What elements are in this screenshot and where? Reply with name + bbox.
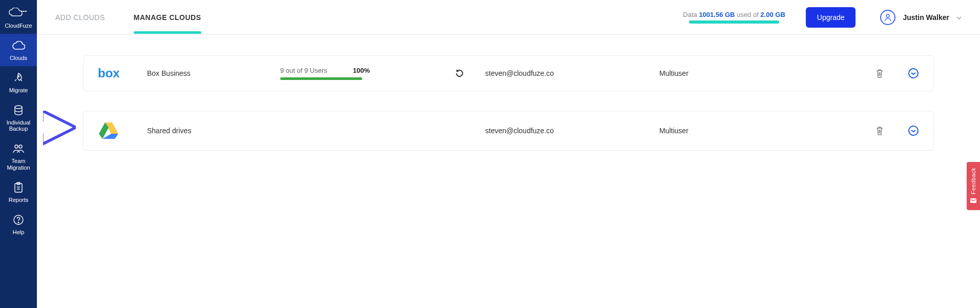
usage-total: 2.00 GB xyxy=(760,11,785,18)
cloudfuze-logo-icon xyxy=(9,7,28,20)
sidebar: CloudFuze Clouds Migrate Individual Back… xyxy=(0,0,37,308)
topbar: ADD CLOUDS MANAGE CLOUDS Data 1001.56 GB… xyxy=(37,0,980,35)
avatar-icon xyxy=(880,10,895,25)
sidebar-item-label: Clouds xyxy=(10,55,27,61)
cloud-type: Multiuser xyxy=(659,69,721,77)
cloud-email: steven@cloudfuze.co xyxy=(485,69,659,77)
tabs: ADD CLOUDS MANAGE CLOUDS xyxy=(55,1,201,34)
sidebar-item-label: Reports xyxy=(9,197,29,203)
svg-point-5 xyxy=(15,145,18,148)
users-count: 9 out of 9 Users xyxy=(280,67,327,74)
database-icon xyxy=(13,104,24,117)
usage-middle: used of xyxy=(735,11,760,18)
svg-text:box: box xyxy=(98,66,120,80)
svg-point-6 xyxy=(19,145,22,148)
main: ADD CLOUDS MANAGE CLOUDS Data 1001.56 GB… xyxy=(37,0,980,308)
expand-button[interactable] xyxy=(908,68,919,79)
svg-rect-1 xyxy=(23,11,25,12)
progress-percent: 100% xyxy=(353,67,370,74)
svg-rect-2 xyxy=(25,11,27,12)
data-usage-bar xyxy=(689,20,779,24)
clipboard-icon xyxy=(13,181,24,194)
svg-rect-0 xyxy=(21,11,23,12)
sidebar-item-individual-backup[interactable]: Individual Backup xyxy=(0,98,37,137)
svg-point-10 xyxy=(18,222,19,223)
usage-used: 1001.56 GB xyxy=(699,11,735,18)
cloud-type: Multiuser xyxy=(659,127,721,135)
user-name: Justin Walker xyxy=(903,13,949,22)
user-menu[interactable]: Justin Walker xyxy=(880,10,962,25)
cloud-name: Shared drives xyxy=(147,127,280,135)
sidebar-item-help[interactable]: Help xyxy=(0,208,37,240)
sidebar-item-clouds[interactable]: Clouds xyxy=(0,34,37,66)
delete-button[interactable] xyxy=(875,68,884,78)
sidebar-item-migrate[interactable]: Migrate xyxy=(0,66,37,98)
google-drive-logo-icon xyxy=(98,121,147,140)
feedback-tab[interactable]: Feedback xyxy=(967,162,980,210)
feedback-label: Feedback xyxy=(970,168,976,194)
annotation-arrow-icon xyxy=(43,111,76,198)
tab-add-clouds[interactable]: ADD CLOUDS xyxy=(55,1,105,34)
sidebar-item-team-migration[interactable]: Team Migration xyxy=(0,137,37,175)
progress-bar xyxy=(280,77,362,80)
cloud-card-shared-drives: Shared drives steven@cloudfuze.co Multiu… xyxy=(83,111,934,151)
tab-manage-clouds[interactable]: MANAGE CLOUDS xyxy=(134,1,201,34)
svg-marker-16 xyxy=(102,134,118,139)
help-icon xyxy=(13,213,24,227)
cloud-icon xyxy=(12,39,25,52)
box-logo-icon: box xyxy=(98,66,147,80)
content: box Box Business 9 out of 9 Users 100% s… xyxy=(37,35,980,191)
team-icon xyxy=(12,142,25,155)
cloud-email: steven@cloudfuze.co xyxy=(485,127,659,135)
chevron-down-icon xyxy=(956,14,962,21)
usage-prefix: Data xyxy=(683,11,699,18)
sidebar-item-reports[interactable]: Reports xyxy=(0,176,37,208)
sidebar-item-label: Individual Backup xyxy=(7,119,30,132)
data-usage: Data 1001.56 GB used of 2.00 GB xyxy=(683,11,785,24)
sidebar-item-label: Team Migration xyxy=(7,158,30,170)
sidebar-item-label: Migrate xyxy=(9,87,28,93)
cloud-name: Box Business xyxy=(147,69,280,77)
refresh-button[interactable] xyxy=(455,69,464,78)
svg-point-4 xyxy=(15,106,22,109)
feedback-icon xyxy=(970,197,977,204)
svg-point-17 xyxy=(909,126,918,135)
svg-point-3 xyxy=(18,76,19,77)
svg-point-13 xyxy=(909,69,918,78)
expand-button[interactable] xyxy=(908,125,919,136)
data-usage-text: Data 1001.56 GB used of 2.00 GB xyxy=(683,11,785,18)
cloud-progress: 9 out of 9 Users 100% xyxy=(280,67,434,80)
cloud-card-box: box Box Business 9 out of 9 Users 100% s… xyxy=(83,55,934,91)
delete-button[interactable] xyxy=(875,126,884,136)
upgrade-button[interactable]: Upgrade xyxy=(806,7,856,28)
svg-point-11 xyxy=(886,14,889,17)
rocket-icon xyxy=(13,71,24,85)
brand-name: CloudFuze xyxy=(5,23,32,29)
brand-logo[interactable]: CloudFuze xyxy=(0,4,37,34)
sidebar-item-label: Help xyxy=(13,229,25,235)
